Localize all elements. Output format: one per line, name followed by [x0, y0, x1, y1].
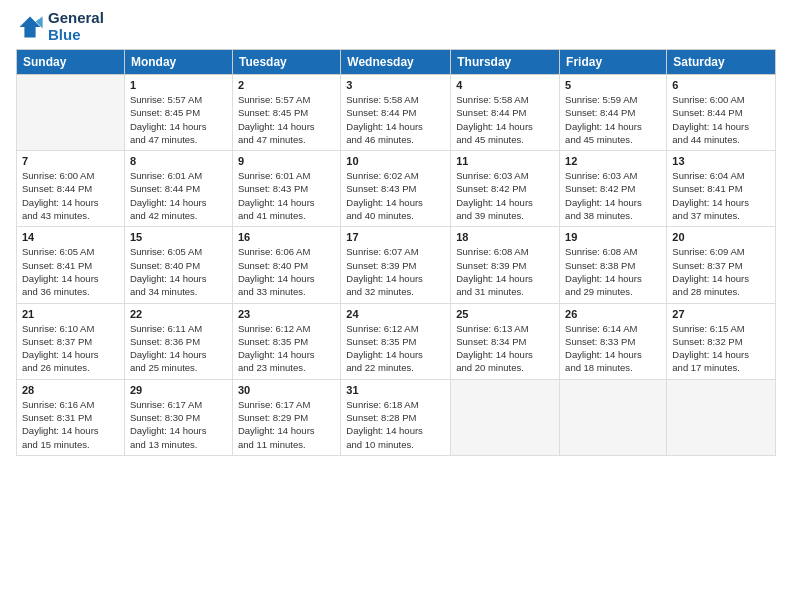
day-number: 26: [565, 308, 661, 320]
cell-content: Sunrise: 6:09 AM Sunset: 8:37 PM Dayligh…: [672, 245, 770, 298]
calendar-cell: 7Sunrise: 6:00 AM Sunset: 8:44 PM Daylig…: [17, 151, 125, 227]
calendar-cell: 14Sunrise: 6:05 AM Sunset: 8:41 PM Dayli…: [17, 227, 125, 303]
calendar-cell: 24Sunrise: 6:12 AM Sunset: 8:35 PM Dayli…: [341, 303, 451, 379]
calendar-cell: 29Sunrise: 6:17 AM Sunset: 8:30 PM Dayli…: [124, 379, 232, 455]
cell-content: Sunrise: 5:58 AM Sunset: 8:44 PM Dayligh…: [346, 93, 445, 146]
svg-marker-0: [20, 16, 41, 37]
cell-content: Sunrise: 5:57 AM Sunset: 8:45 PM Dayligh…: [130, 93, 227, 146]
col-wednesday: Wednesday: [341, 50, 451, 75]
cell-content: Sunrise: 5:59 AM Sunset: 8:44 PM Dayligh…: [565, 93, 661, 146]
cell-content: Sunrise: 6:04 AM Sunset: 8:41 PM Dayligh…: [672, 169, 770, 222]
day-number: 21: [22, 308, 119, 320]
calendar-cell: 20Sunrise: 6:09 AM Sunset: 8:37 PM Dayli…: [667, 227, 776, 303]
day-number: 27: [672, 308, 770, 320]
calendar-cell: 23Sunrise: 6:12 AM Sunset: 8:35 PM Dayli…: [232, 303, 340, 379]
day-number: 18: [456, 231, 554, 243]
calendar-cell: 15Sunrise: 6:05 AM Sunset: 8:40 PM Dayli…: [124, 227, 232, 303]
calendar-cell: 12Sunrise: 6:03 AM Sunset: 8:42 PM Dayli…: [560, 151, 667, 227]
calendar-cell: 27Sunrise: 6:15 AM Sunset: 8:32 PM Dayli…: [667, 303, 776, 379]
day-number: 15: [130, 231, 227, 243]
day-number: 3: [346, 79, 445, 91]
cell-content: Sunrise: 6:01 AM Sunset: 8:44 PM Dayligh…: [130, 169, 227, 222]
cell-content: Sunrise: 6:18 AM Sunset: 8:28 PM Dayligh…: [346, 398, 445, 451]
logo-icon: [16, 13, 44, 41]
cell-content: Sunrise: 5:57 AM Sunset: 8:45 PM Dayligh…: [238, 93, 335, 146]
day-number: 28: [22, 384, 119, 396]
col-friday: Friday: [560, 50, 667, 75]
calendar-cell: 17Sunrise: 6:07 AM Sunset: 8:39 PM Dayli…: [341, 227, 451, 303]
calendar-cell: 30Sunrise: 6:17 AM Sunset: 8:29 PM Dayli…: [232, 379, 340, 455]
cell-content: Sunrise: 6:03 AM Sunset: 8:42 PM Dayligh…: [565, 169, 661, 222]
logo: General Blue: [16, 10, 104, 43]
day-number: 8: [130, 155, 227, 167]
col-sunday: Sunday: [17, 50, 125, 75]
cell-content: Sunrise: 6:12 AM Sunset: 8:35 PM Dayligh…: [238, 322, 335, 375]
day-number: 23: [238, 308, 335, 320]
cell-content: Sunrise: 6:15 AM Sunset: 8:32 PM Dayligh…: [672, 322, 770, 375]
cell-content: Sunrise: 6:05 AM Sunset: 8:40 PM Dayligh…: [130, 245, 227, 298]
cell-content: Sunrise: 6:13 AM Sunset: 8:34 PM Dayligh…: [456, 322, 554, 375]
calendar-week-row: 21Sunrise: 6:10 AM Sunset: 8:37 PM Dayli…: [17, 303, 776, 379]
cell-content: Sunrise: 6:07 AM Sunset: 8:39 PM Dayligh…: [346, 245, 445, 298]
calendar-cell: 11Sunrise: 6:03 AM Sunset: 8:42 PM Dayli…: [451, 151, 560, 227]
page-container: General Blue Sunday Monday Tuesday Wedne…: [0, 0, 792, 466]
cell-content: Sunrise: 6:00 AM Sunset: 8:44 PM Dayligh…: [22, 169, 119, 222]
calendar-cell: 5Sunrise: 5:59 AM Sunset: 8:44 PM Daylig…: [560, 75, 667, 151]
calendar-cell: 10Sunrise: 6:02 AM Sunset: 8:43 PM Dayli…: [341, 151, 451, 227]
calendar-cell: 8Sunrise: 6:01 AM Sunset: 8:44 PM Daylig…: [124, 151, 232, 227]
calendar-week-row: 28Sunrise: 6:16 AM Sunset: 8:31 PM Dayli…: [17, 379, 776, 455]
calendar-cell: 9Sunrise: 6:01 AM Sunset: 8:43 PM Daylig…: [232, 151, 340, 227]
calendar-cell: 19Sunrise: 6:08 AM Sunset: 8:38 PM Dayli…: [560, 227, 667, 303]
calendar-cell: 1Sunrise: 5:57 AM Sunset: 8:45 PM Daylig…: [124, 75, 232, 151]
day-number: 16: [238, 231, 335, 243]
day-number: 22: [130, 308, 227, 320]
day-number: 4: [456, 79, 554, 91]
calendar-week-row: 1Sunrise: 5:57 AM Sunset: 8:45 PM Daylig…: [17, 75, 776, 151]
cell-content: Sunrise: 6:08 AM Sunset: 8:39 PM Dayligh…: [456, 245, 554, 298]
logo-text: General Blue: [48, 10, 104, 43]
day-number: 14: [22, 231, 119, 243]
col-tuesday: Tuesday: [232, 50, 340, 75]
day-number: 12: [565, 155, 661, 167]
calendar-week-row: 7Sunrise: 6:00 AM Sunset: 8:44 PM Daylig…: [17, 151, 776, 227]
col-thursday: Thursday: [451, 50, 560, 75]
day-number: 17: [346, 231, 445, 243]
calendar-cell: [560, 379, 667, 455]
calendar-cell: 25Sunrise: 6:13 AM Sunset: 8:34 PM Dayli…: [451, 303, 560, 379]
cell-content: Sunrise: 6:12 AM Sunset: 8:35 PM Dayligh…: [346, 322, 445, 375]
calendar-cell: 13Sunrise: 6:04 AM Sunset: 8:41 PM Dayli…: [667, 151, 776, 227]
cell-content: Sunrise: 6:17 AM Sunset: 8:29 PM Dayligh…: [238, 398, 335, 451]
calendar-cell: [451, 379, 560, 455]
day-number: 9: [238, 155, 335, 167]
calendar-cell: 16Sunrise: 6:06 AM Sunset: 8:40 PM Dayli…: [232, 227, 340, 303]
cell-content: Sunrise: 6:16 AM Sunset: 8:31 PM Dayligh…: [22, 398, 119, 451]
calendar-cell: [17, 75, 125, 151]
day-number: 10: [346, 155, 445, 167]
cell-content: Sunrise: 6:08 AM Sunset: 8:38 PM Dayligh…: [565, 245, 661, 298]
day-number: 20: [672, 231, 770, 243]
day-number: 19: [565, 231, 661, 243]
cell-content: Sunrise: 5:58 AM Sunset: 8:44 PM Dayligh…: [456, 93, 554, 146]
cell-content: Sunrise: 6:14 AM Sunset: 8:33 PM Dayligh…: [565, 322, 661, 375]
calendar-week-row: 14Sunrise: 6:05 AM Sunset: 8:41 PM Dayli…: [17, 227, 776, 303]
cell-content: Sunrise: 6:03 AM Sunset: 8:42 PM Dayligh…: [456, 169, 554, 222]
calendar-header-row: Sunday Monday Tuesday Wednesday Thursday…: [17, 50, 776, 75]
calendar-cell: 4Sunrise: 5:58 AM Sunset: 8:44 PM Daylig…: [451, 75, 560, 151]
day-number: 29: [130, 384, 227, 396]
cell-content: Sunrise: 6:00 AM Sunset: 8:44 PM Dayligh…: [672, 93, 770, 146]
calendar-cell: [667, 379, 776, 455]
col-saturday: Saturday: [667, 50, 776, 75]
calendar-cell: 3Sunrise: 5:58 AM Sunset: 8:44 PM Daylig…: [341, 75, 451, 151]
col-monday: Monday: [124, 50, 232, 75]
calendar-cell: 28Sunrise: 6:16 AM Sunset: 8:31 PM Dayli…: [17, 379, 125, 455]
cell-content: Sunrise: 6:02 AM Sunset: 8:43 PM Dayligh…: [346, 169, 445, 222]
calendar-cell: 6Sunrise: 6:00 AM Sunset: 8:44 PM Daylig…: [667, 75, 776, 151]
calendar-cell: 26Sunrise: 6:14 AM Sunset: 8:33 PM Dayli…: [560, 303, 667, 379]
day-number: 6: [672, 79, 770, 91]
cell-content: Sunrise: 6:06 AM Sunset: 8:40 PM Dayligh…: [238, 245, 335, 298]
calendar-cell: 31Sunrise: 6:18 AM Sunset: 8:28 PM Dayli…: [341, 379, 451, 455]
day-number: 11: [456, 155, 554, 167]
cell-content: Sunrise: 6:01 AM Sunset: 8:43 PM Dayligh…: [238, 169, 335, 222]
calendar-cell: 22Sunrise: 6:11 AM Sunset: 8:36 PM Dayli…: [124, 303, 232, 379]
calendar-cell: 18Sunrise: 6:08 AM Sunset: 8:39 PM Dayli…: [451, 227, 560, 303]
